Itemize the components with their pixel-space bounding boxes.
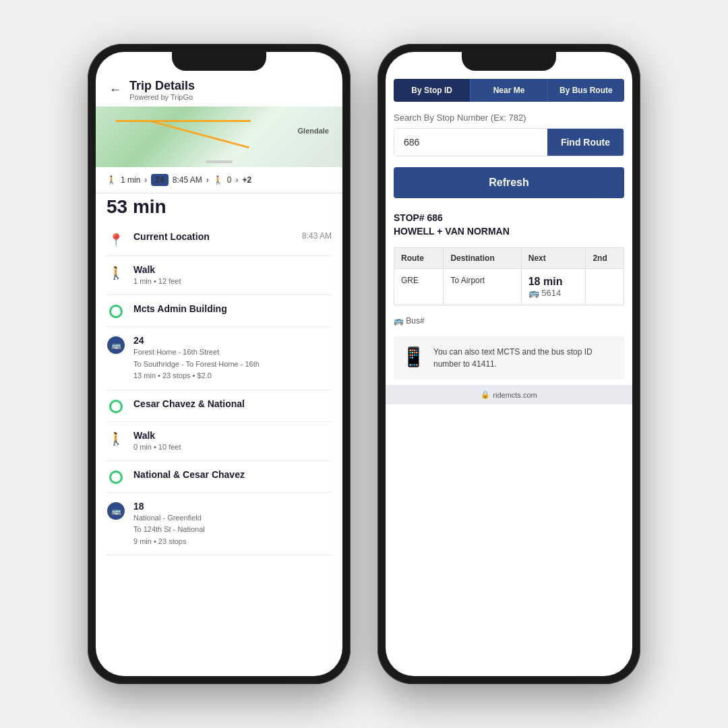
step-title-walk2: Walk — [133, 430, 332, 441]
chevron-2: › — [206, 175, 209, 185]
search-label-main: Search By Stop Number — [394, 113, 488, 123]
stop-number-input[interactable] — [394, 129, 547, 156]
step-title-location: Current Location — [133, 231, 294, 242]
tip-text: You can also text MCTS and the bus stop … — [433, 346, 616, 370]
stop-circle-icon-3 — [107, 469, 125, 484]
step-info-bus24: 24 Forest Home - 16th Street To Southrid… — [133, 335, 332, 381]
search-row: Find Route — [394, 128, 624, 156]
col-route: Route — [394, 248, 444, 269]
step-info-walk1: Walk 1 min • 12 feet — [133, 264, 332, 286]
chevron-1: › — [144, 175, 147, 185]
step-bus-18: 🚌 18 National - Greenfield To 124th St -… — [107, 493, 332, 555]
tab-by-stop-id[interactable]: By Stop ID — [394, 79, 471, 102]
refresh-button[interactable]: Refresh — [394, 167, 624, 198]
bus-icon-24: 🚌 — [107, 335, 125, 354]
plus-badge: +2 — [242, 175, 251, 185]
route-cell: GRE — [394, 269, 444, 305]
tab-by-bus-route[interactable]: By Bus Route — [548, 79, 624, 102]
bus-hash: 🚌 Bus# — [386, 311, 632, 331]
step-sub-bus24-3: 13 min • 23 stops • $2.0 — [133, 371, 332, 381]
mobile-phone-icon: 📱 — [402, 346, 425, 368]
location-icon: 📍 — [107, 231, 125, 247]
step-info-cesar: Cesar Chavez & National — [133, 398, 332, 409]
step-walk-2: 🚶 Walk 0 min • 10 feet — [107, 422, 332, 461]
walk-icon-2: 🚶 — [213, 175, 223, 185]
step-sub-walk1: 1 min • 12 feet — [133, 276, 332, 286]
step-bus-24: 🚌 24 Forest Home - 16th Street To Southr… — [107, 327, 332, 390]
left-phone: ← Trip Details Powered by TripGo Glendal… — [88, 44, 351, 684]
bus-icon-18: 🚌 — [107, 501, 125, 520]
step-title-bus18: 18 — [133, 501, 332, 512]
stop-section: STOP# 686 HOWELL + VAN NORMAN — [386, 204, 632, 242]
step-time-location: 8:43 AM — [302, 231, 332, 241]
step-title-cesar: Cesar Chavez & National — [133, 398, 332, 409]
second-cell — [586, 269, 624, 305]
col-destination: Destination — [444, 248, 521, 269]
back-button[interactable]: ← — [109, 83, 121, 97]
bus-badge: 24 — [151, 174, 168, 186]
step-info-location: Current Location — [133, 231, 294, 242]
walk-min: 1 min — [121, 175, 140, 185]
powered-by: Powered by TripGo — [129, 93, 195, 101]
tab-bar: By Stop ID Near Me By Bus Route — [394, 79, 624, 102]
step-stop-cesar: Cesar Chavez & National — [107, 390, 332, 422]
page-title: Trip Details — [129, 79, 195, 93]
step-sub-bus18-2: To 124th St - National — [133, 524, 332, 535]
step-info-national: National & Cesar Chavez — [133, 469, 332, 480]
step-stop-national: National & Cesar Chavez — [107, 461, 332, 493]
step-stop-mcts: Mcts Admin Building — [107, 295, 332, 327]
stop-number: STOP# 686 — [394, 212, 624, 225]
trip-summary: 🚶 1 min › 24 8:45 AM › 🚶 0 › +2 — [96, 167, 342, 193]
step-sub-bus18-1: National - Greenfield — [133, 513, 332, 523]
trip-total: 53 min — [96, 193, 342, 223]
arrivals-table: Route Destination Next 2nd GRE To Airpor… — [394, 247, 624, 305]
bus-time: 8:45 AM — [173, 175, 202, 185]
map-label: Glendale — [298, 127, 329, 135]
right-phone-content: By Stop ID Near Me By Bus Route Search B… — [386, 52, 632, 676]
table-row: GRE To Airport 18 min 🚌 5614 — [394, 269, 624, 305]
left-phone-content: ← Trip Details Powered by TripGo Glendal… — [96, 52, 342, 676]
notch-right — [462, 52, 556, 71]
walk-icon-1: 🚶 — [107, 175, 117, 185]
trip-steps: 📍 Current Location 8:43 AM 🚶 Walk 1 min … — [96, 223, 342, 555]
step-title-mcts: Mcts Admin Building — [133, 303, 332, 314]
step-info-bus18: 18 National - Greenfield To 124th St - N… — [133, 501, 332, 547]
step-sub-bus24-1: Forest Home - 16th Street — [133, 347, 332, 357]
walk2-min: 0 — [227, 175, 232, 185]
arrival-time: 18 min — [528, 276, 579, 288]
map-area: Glendale — [96, 107, 342, 167]
total-time: 53 min — [107, 196, 332, 218]
step-info-walk2: Walk 0 min • 10 feet — [133, 430, 332, 452]
step-walk-1: 🚶 Walk 1 min • 12 feet — [107, 256, 332, 295]
chevron-3: › — [235, 175, 238, 185]
walk-step-icon-1: 🚶 — [107, 264, 125, 280]
step-current-location: 📍 Current Location 8:43 AM — [107, 223, 332, 256]
stop-circle-icon-2 — [107, 398, 125, 413]
footer-bar: 🔒 ridemcts.com — [386, 385, 632, 404]
map-drag-handle[interactable] — [206, 160, 233, 163]
trip-header: ← Trip Details Powered by TripGo — [96, 72, 342, 107]
walk-step-icon-2: 🚶 — [107, 430, 125, 446]
stop-circle-icon-1 — [107, 303, 125, 318]
search-label-hint: (Ex: 782) — [491, 113, 526, 123]
trip-header-text: Trip Details Powered by TripGo — [129, 79, 195, 101]
col-second: 2nd — [586, 248, 624, 269]
step-title-walk1: Walk — [133, 264, 332, 275]
tab-near-me[interactable]: Near Me — [471, 79, 547, 102]
find-route-button[interactable]: Find Route — [547, 129, 624, 156]
lock-icon: 🔒 — [481, 390, 490, 399]
bus-number-cell: 🚌 5614 — [528, 288, 579, 298]
stop-street-name: HOWELL + VAN NORMAN — [394, 225, 624, 239]
step-info-mcts: Mcts Admin Building — [133, 303, 332, 314]
step-sub-bus18-3: 9 min • 23 stops — [133, 537, 332, 547]
text-tip: 📱 You can also text MCTS and the bus sto… — [394, 336, 624, 380]
step-title-bus24: 24 — [133, 335, 332, 346]
right-phone: By Stop ID Near Me By Bus Route Search B… — [377, 44, 640, 684]
step-sub-bus24-2: To Southridge - To Forest Home - 16th — [133, 359, 332, 369]
col-next: Next — [521, 248, 586, 269]
search-section: Search By Stop Number (Ex: 782) Find Rou… — [386, 102, 632, 162]
step-title-national: National & Cesar Chavez — [133, 469, 332, 480]
bus-hash-label: 🚌 Bus# — [394, 316, 425, 326]
step-sub-walk2: 0 min • 10 feet — [133, 442, 332, 452]
notch — [172, 52, 266, 71]
